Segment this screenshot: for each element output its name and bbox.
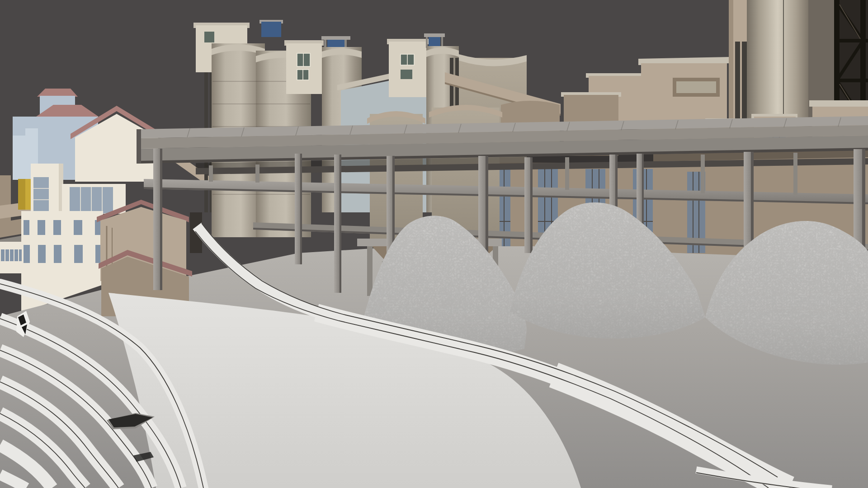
render-viewport (0, 0, 868, 488)
silo-stair-box (389, 42, 427, 97)
support-leg (367, 244, 373, 296)
gallery-post (793, 153, 797, 195)
gallery-post (565, 157, 569, 190)
window (401, 70, 412, 79)
slot-window (676, 81, 716, 93)
industrial-scene (0, 0, 868, 488)
box-parapet (809, 100, 868, 107)
blue-building-step (13, 136, 25, 180)
gallery-end-cap (137, 129, 141, 164)
rooftop-glazing (261, 22, 281, 37)
silo-stair-box (286, 43, 322, 94)
gallery-post (209, 165, 213, 182)
window (33, 177, 49, 211)
window (204, 32, 214, 42)
rooftop-cabin-cap (424, 33, 445, 37)
gallery-post (701, 155, 705, 193)
yellow-silo (18, 179, 25, 210)
gallery-post (255, 164, 259, 183)
rooftop-cabin-cap (321, 36, 350, 40)
